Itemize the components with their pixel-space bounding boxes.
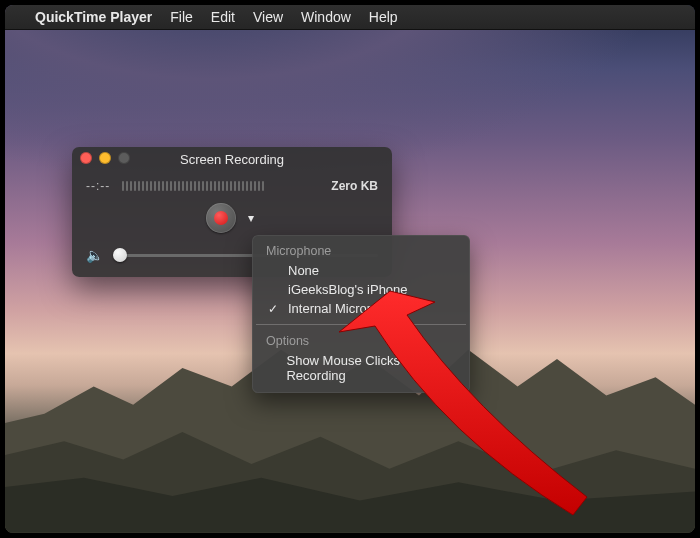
panel-titlebar[interactable]: Screen Recording xyxy=(72,147,392,171)
menu-help[interactable]: Help xyxy=(369,9,398,25)
microphone-header: Microphone xyxy=(252,241,470,261)
app-name[interactable]: QuickTime Player xyxy=(35,9,152,25)
recording-options-menu: Microphone None iGeeksBlog's iPhone ✓ In… xyxy=(252,235,470,393)
window-traffic-lights xyxy=(80,152,130,164)
audio-level-meter xyxy=(122,180,319,192)
options-chevron-down-icon[interactable]: ▾ xyxy=(244,211,258,225)
zoom-button xyxy=(118,152,130,164)
timecode: --:-- xyxy=(86,179,110,193)
close-button[interactable] xyxy=(80,152,92,164)
menubar: QuickTime Player File Edit View Window H… xyxy=(5,5,695,30)
menu-edit[interactable]: Edit xyxy=(211,9,235,25)
file-size: Zero KB xyxy=(331,179,378,193)
option-show-mouse-clicks[interactable]: Show Mouse Clicks in Recording xyxy=(252,351,470,385)
menu-item-label: Internal Microphone xyxy=(288,301,403,316)
menu-item-label: iGeeksBlog's iPhone xyxy=(288,282,408,297)
desktop: QuickTime Player File Edit View Window H… xyxy=(5,5,695,533)
options-header: Options xyxy=(252,331,470,351)
menu-window[interactable]: Window xyxy=(301,9,351,25)
checkmark-icon: ✓ xyxy=(266,302,280,316)
menu-separator xyxy=(256,324,466,325)
minimize-button[interactable] xyxy=(99,152,111,164)
record-button[interactable] xyxy=(206,203,236,233)
volume-icon: 🔈 xyxy=(86,247,103,263)
record-icon xyxy=(214,211,228,225)
panel-title: Screen Recording xyxy=(180,152,284,167)
slider-thumb[interactable] xyxy=(113,248,127,262)
menu-item-label: Show Mouse Clicks in Recording xyxy=(286,353,456,383)
menu-item-label: None xyxy=(288,263,319,278)
menu-file[interactable]: File xyxy=(170,9,193,25)
mic-option-iphone[interactable]: iGeeksBlog's iPhone xyxy=(252,280,470,299)
mic-option-internal[interactable]: ✓ Internal Microphone xyxy=(252,299,470,318)
menu-view[interactable]: View xyxy=(253,9,283,25)
mic-option-none[interactable]: None xyxy=(252,261,470,280)
